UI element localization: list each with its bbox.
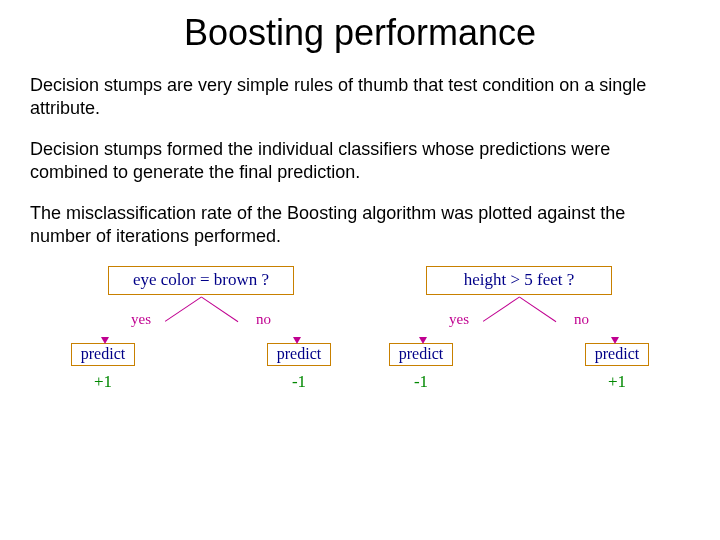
slide-title: Boosting performance [30, 12, 690, 54]
predict-label: predict [71, 343, 135, 366]
branch-label-no: no [256, 311, 271, 328]
leaf-row: predict +1 predict -1 [71, 343, 331, 392]
branch-arrows: yes no [389, 297, 649, 343]
predict-label: predict [267, 343, 331, 366]
branch-label-no: no [574, 311, 589, 328]
slide: Boosting performance Decision stumps are… [0, 0, 720, 540]
arrowhead-icon [419, 337, 427, 344]
stump-condition: eye color = brown ? [108, 266, 294, 295]
branch-label-yes: yes [131, 311, 151, 328]
branch-line-right [201, 297, 238, 323]
predict-value: +1 [585, 372, 649, 392]
leaf-left: predict -1 [389, 343, 453, 392]
branch-line-left [483, 297, 520, 323]
arrowhead-icon [611, 337, 619, 344]
paragraph-1: Decision stumps are very simple rules of… [30, 74, 690, 120]
decision-stump-2: height > 5 feet ? yes no predict -1 pred… [389, 266, 649, 392]
branch-line-left [165, 297, 202, 323]
leaf-left: predict +1 [71, 343, 135, 392]
decision-stump-1: eye color = brown ? yes no predict +1 pr… [71, 266, 331, 392]
stump-condition: height > 5 feet ? [426, 266, 612, 295]
predict-value: -1 [389, 372, 453, 392]
predict-value: -1 [267, 372, 331, 392]
paragraph-3: The misclassification rate of the Boosti… [30, 202, 690, 248]
branch-label-yes: yes [449, 311, 469, 328]
leaf-right: predict +1 [585, 343, 649, 392]
paragraph-2: Decision stumps formed the individual cl… [30, 138, 690, 184]
arrowhead-icon [293, 337, 301, 344]
predict-label: predict [389, 343, 453, 366]
branch-line-right [519, 297, 556, 323]
arrowhead-icon [101, 337, 109, 344]
predict-label: predict [585, 343, 649, 366]
predict-value: +1 [71, 372, 135, 392]
stump-diagram: eye color = brown ? yes no predict +1 pr… [30, 266, 690, 392]
leaf-row: predict -1 predict +1 [389, 343, 649, 392]
branch-arrows: yes no [71, 297, 331, 343]
leaf-right: predict -1 [267, 343, 331, 392]
